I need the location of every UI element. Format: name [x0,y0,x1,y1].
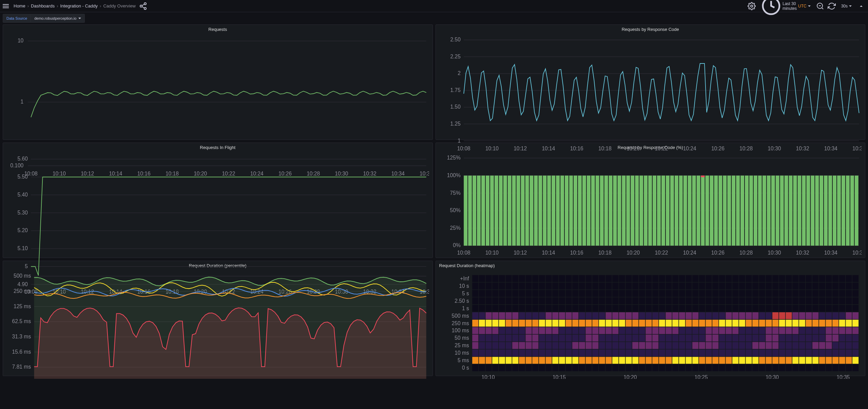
svg-rect-968 [599,364,605,371]
svg-rect-673 [565,327,572,334]
svg-rect-660 [479,327,485,334]
svg-rect-259 [512,275,518,282]
svg-rect-887 [832,350,838,356]
svg-rect-418 [799,290,805,297]
svg-rect-972 [625,364,632,371]
share-icon[interactable] [139,2,147,10]
panel-req-by-code-pct[interactable]: Requests by Response Code (%) 125%100%75… [436,143,866,258]
svg-rect-174 [771,175,775,245]
settings-icon[interactable] [748,2,756,10]
svg-rect-661 [485,327,491,334]
svg-rect-501 [579,305,585,312]
svg-rect-627 [645,320,652,327]
svg-rect-694 [706,327,712,334]
svg-rect-924 [692,357,698,364]
svg-rect-940 [799,357,805,364]
svg-rect-439 [552,297,558,304]
svg-rect-703 [766,327,772,334]
svg-rect-829 [832,342,838,349]
svg-rect-487 [485,305,491,312]
svg-text:10:12: 10:12 [514,250,527,256]
svg-rect-906 [572,357,578,364]
svg-rect-905 [565,357,572,364]
svg-rect-708 [799,327,805,334]
svg-rect-190 [841,175,845,245]
svg-rect-836 [492,350,498,356]
svg-rect-643 [752,320,758,327]
zoom-out-icon[interactable] [816,2,824,10]
svg-rect-570 [652,312,658,319]
panel-heatmap[interactable]: Request Duration (heatmap) +Inf10 s5 s2.… [436,261,866,376]
breadcrumb-folder[interactable]: Integration - Caddy [60,3,98,8]
svg-text:10:22: 10:22 [655,146,668,151]
menu-icon[interactable] [3,2,11,10]
svg-rect-609 [525,320,532,327]
svg-rect-908 [585,357,592,364]
panel-in-flight[interactable]: Requests In Flight 5.605.505.405.305.205… [3,143,433,258]
svg-rect-386 [585,290,592,297]
svg-rect-146 [653,175,656,245]
svg-rect-475 [792,297,798,304]
svg-rect-921 [672,357,678,364]
svg-text:10:35: 10:35 [836,374,850,379]
svg-rect-814 [732,342,738,349]
svg-rect-294 [746,275,752,282]
svg-rect-308 [839,275,845,282]
svg-rect-621 [605,320,612,327]
panel-req-by-code[interactable]: Requests by Response Code 2.502.2521.751… [436,24,866,140]
breadcrumb-current: Caddy Overview [103,3,135,8]
svg-text:10:36: 10:36 [852,146,862,151]
svg-rect-843 [539,350,545,356]
svg-rect-672 [559,327,565,334]
svg-rect-566 [625,312,632,319]
svg-rect-650 [799,320,805,327]
time-range-label: Last 30 minutes [783,1,797,11]
svg-rect-698 [732,327,738,334]
svg-rect-865 [686,350,692,356]
svg-rect-626 [639,320,645,327]
refresh-icon[interactable] [828,2,836,10]
svg-rect-417 [792,290,798,297]
svg-rect-511 [645,305,652,312]
svg-rect-802 [652,342,658,349]
svg-rect-722 [505,335,512,341]
datasource-select[interactable]: demo.robustperception.io [31,14,85,23]
svg-rect-642 [746,320,752,327]
panel-requests[interactable]: Requests 10 1 0.100 10:0810:1010:1210:14… [3,24,433,140]
refresh-interval-select[interactable]: 30s [839,2,854,10]
svg-rect-852 [599,350,605,356]
breadcrumb-sep: › [100,3,101,8]
svg-rect-298 [772,275,778,282]
svg-rect-828 [826,342,832,349]
svg-rect-301 [792,275,798,282]
svg-rect-939 [792,357,798,364]
svg-rect-973 [632,364,638,371]
svg-rect-170 [753,175,757,245]
svg-rect-571 [659,312,665,319]
collapse-icon[interactable] [857,2,865,10]
svg-rect-988 [732,364,738,371]
svg-text:10:15: 10:15 [552,374,565,379]
breadcrumb-home[interactable]: Home [14,3,25,8]
svg-rect-478 [812,297,818,304]
svg-point-1 [140,5,142,7]
svg-rect-517 [686,305,692,312]
svg-rect-434 [519,297,525,304]
time-picker[interactable]: Last 30 minutes UTC [759,0,812,17]
svg-rect-179 [793,175,797,245]
svg-rect-512 [652,305,658,312]
svg-rect-440 [559,297,565,304]
svg-rect-157 [701,175,705,245]
svg-rect-769 [819,335,825,341]
svg-rect-676 [585,327,592,334]
svg-rect-691 [686,327,692,334]
svg-rect-956 [519,364,525,371]
breadcrumb-dashboards[interactable]: Dashboards [31,3,55,8]
svg-rect-786 [545,342,552,349]
svg-rect-679 [605,327,612,334]
panel-duration-pct[interactable]: Request Duration (percentile) 500 ms250 … [3,261,433,376]
svg-rect-909 [592,357,598,364]
svg-rect-926 [706,357,712,364]
svg-rect-559 [579,312,585,319]
svg-rect-952 [492,364,498,371]
